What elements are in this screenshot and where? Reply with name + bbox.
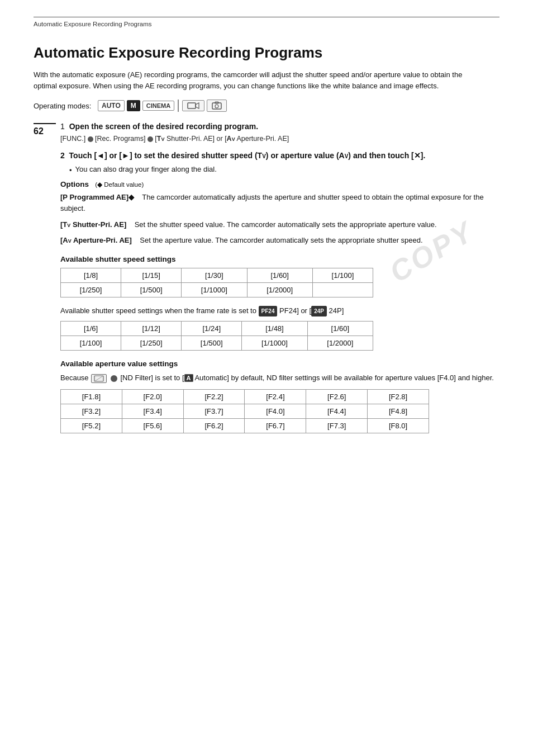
aperture-intro: Because [ND Filter] is set to [A Automat… (60, 372, 499, 384)
table-cell: [1/60] (307, 322, 373, 336)
option-aperture-key: [Av Aperture-Pri. AE] (60, 236, 132, 244)
table-row: [1/6] [1/12] [1/24] [1/48] [1/60] (61, 322, 373, 336)
step-1-sub: [FUNC.] [Rec. Programs] [Tv Shutter-Pri.… (60, 133, 499, 144)
table-cell: [1/100] (61, 336, 121, 351)
operating-modes: Operating modes: AUTO M CINEMA (34, 100, 499, 112)
option-programmed-key: [P Programmed AE]◆ (60, 193, 134, 201)
table-cell: [1/60] (247, 268, 312, 282)
table-cell: [F2.2] (183, 390, 245, 404)
step-1-number: 1 (60, 122, 65, 131)
step-2: 2 Touch [◄] or [►] to set the desired sh… (60, 150, 499, 174)
table-cell: [1/24] (182, 322, 242, 336)
bullet-text: You can also drag your finger along the … (75, 165, 217, 174)
table-cell: [1/12] (121, 322, 182, 336)
options-header: Options (◆ Default value) (60, 180, 499, 188)
pf24-icon: PF24 (259, 306, 278, 317)
table-cell: [F3.7] (183, 404, 245, 419)
shutter-speed-table: [1/8] [1/15] [1/30] [1/60] [1/100] [1/25… (60, 268, 373, 297)
table-cell: [1/1000] (182, 282, 247, 297)
svg-rect-0 (188, 103, 196, 108)
table-cell: [1/250] (61, 282, 121, 297)
table-cell: [F3.2] (61, 404, 122, 419)
24p-icon: 24P (311, 306, 327, 317)
table-cell: [1/500] (182, 336, 242, 351)
bullet-dot: • (69, 166, 72, 174)
page-number-col: 62 (34, 122, 60, 441)
table-cell: [1/2000] (307, 336, 373, 351)
table-row: [F1.8] [F2.0] [F2.2] [F2.4] [F2.6] [F2.8… (61, 390, 429, 404)
table-cell: [F3.4] (122, 404, 183, 419)
option-shutter: [Tv Shutter-Pri. AE] Set the shutter spe… (60, 219, 499, 230)
table-cell: [F2.6] (306, 390, 368, 404)
intro-text: With the automatic exposure (AE) recordi… (34, 69, 480, 92)
mode-icon-camera (182, 100, 204, 111)
page-title: Automatic Exposure Recording Programs (34, 44, 499, 62)
table-cell: [F4.4] (306, 404, 368, 419)
table-cell: [F1.8] (61, 390, 122, 404)
table-row: [1/100] [1/250] [1/500] [1/1000] [1/2000… (61, 336, 373, 351)
table-cell: [1/100] (312, 268, 373, 282)
default-label: (◆ Default value) (95, 181, 144, 188)
table-cell: [F6.7] (245, 419, 306, 433)
framerate-shutter-desc: Available shutter speed settings when th… (60, 305, 499, 316)
option-programmed: [P Programmed AE]◆ The camcorder automat… (60, 192, 499, 214)
step-2-title: 2 Touch [◄] or [►] to set the desired sh… (60, 150, 499, 162)
table-cell (312, 282, 373, 297)
step-1: 1 Open the screen of the desired recordi… (60, 122, 499, 144)
aperture-subtitle: Available aperture value settings (60, 360, 499, 368)
nd-filter-icon (91, 374, 107, 383)
options-title: Options (60, 180, 89, 188)
header-label: Automatic Exposure Recording Programs (34, 21, 499, 27)
top-rule (34, 17, 499, 17)
table-cell: [F6.2] (183, 419, 245, 433)
table-cell: [1/250] (121, 336, 182, 351)
mode-icon-photo (207, 100, 227, 112)
table-cell: [F8.0] (368, 419, 429, 433)
option-shutter-key: [Tv Shutter-Pri. AE] (60, 220, 126, 229)
svg-point-3 (215, 105, 218, 108)
step-1-text: Open the screen of the desired recording… (69, 122, 258, 131)
mode-m: M (127, 100, 140, 111)
table-cell: [1/2000] (247, 282, 312, 297)
svg-marker-1 (196, 103, 199, 108)
shutter-speed-subtitle: Available shutter speed settings (60, 255, 499, 263)
table-cell: [F4.0] (245, 404, 306, 419)
table-row: [F3.2] [F3.4] [F3.7] [F4.0] [F4.4] [F4.8… (61, 404, 429, 419)
table-row: [1/250] [1/500] [1/1000] [1/2000] (61, 282, 373, 297)
step-1-title: 1 Open the screen of the desired recordi… (60, 122, 499, 131)
mode-auto: AUTO (98, 100, 125, 111)
mode-cinema: CINEMA (142, 101, 174, 111)
aperture-table: [F1.8] [F2.0] [F2.2] [F2.4] [F2.6] [F2.8… (60, 389, 429, 433)
table-cell: [1/30] (182, 268, 247, 282)
table-cell: [F2.4] (245, 390, 306, 404)
shutter-speed-framerate-table: [1/6] [1/12] [1/24] [1/48] [1/60] [1/100… (60, 321, 373, 351)
table-cell: [1/6] (61, 322, 121, 336)
page-number: 62 (34, 123, 56, 136)
table-cell: [1/48] (242, 322, 307, 336)
table-cell: [1/500] (121, 282, 182, 297)
content-area: 62 1 Open the screen of the desired reco… (34, 122, 499, 441)
table-cell: [1/8] (61, 268, 121, 282)
page: Automatic Exposure Recording Programs Au… (0, 0, 533, 756)
table-cell: [F7.3] (306, 419, 368, 433)
separator (178, 100, 179, 112)
table-cell: [1/15] (121, 268, 182, 282)
table-row: [1/8] [1/15] [1/30] [1/60] [1/100] (61, 268, 373, 282)
option-aperture: [Av Aperture-Pri. AE] Set the aperture v… (60, 235, 499, 246)
option-shutter-desc: Set the shutter speed value. The camcord… (135, 220, 437, 229)
option-aperture-desc: Set the aperture value. The camcorder au… (140, 236, 422, 244)
operating-modes-label: Operating modes: (34, 102, 91, 110)
main-col: 1 Open the screen of the desired recordi… (60, 122, 499, 441)
table-cell: [F5.6] (122, 419, 183, 433)
table-cell: [F5.2] (61, 419, 122, 433)
table-cell: [F4.8] (368, 404, 429, 419)
table-row: [F5.2] [F5.6] [F6.2] [F6.7] [F7.3] [F8.0… (61, 419, 429, 433)
table-cell: [F2.8] (368, 390, 429, 404)
table-cell: [F2.0] (122, 390, 183, 404)
step-2-bullet: • You can also drag your finger along th… (69, 165, 499, 174)
table-cell: [1/1000] (242, 336, 307, 351)
